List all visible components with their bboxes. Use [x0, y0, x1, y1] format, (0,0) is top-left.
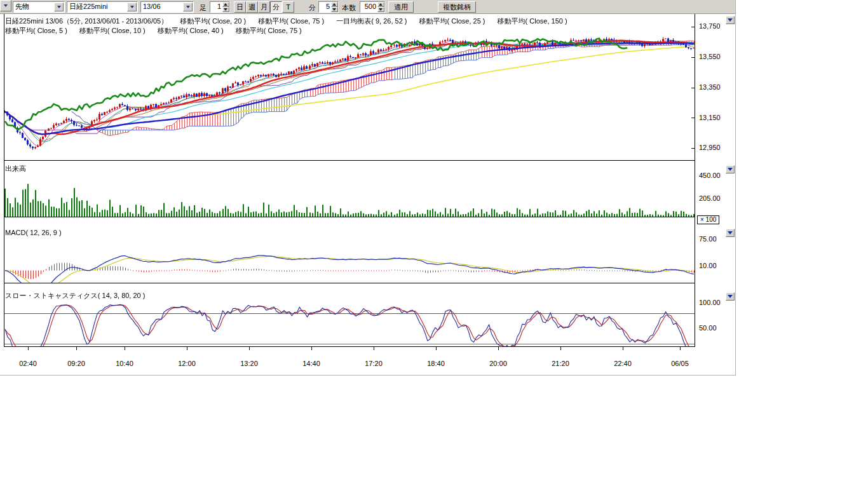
bar-count-input[interactable]: 500 [360, 1, 385, 13]
instrument-type-select[interactable]: 先物 [13, 1, 65, 13]
price-panel-legend-row2: 移動平均( Close, 5 ) 移動平均( Close, 10 ) 移動平均(… [5, 26, 312, 36]
chart-area: 日経225mini 13/06（5分, 2013/06/01 - 2013/06… [0, 14, 735, 375]
symbol-select[interactable]: 日経225mini [67, 1, 138, 13]
price-axis-tick: 13,550 [699, 53, 721, 60]
chevron-down-icon [728, 231, 733, 234]
symbol-dropdown-button[interactable] [127, 3, 137, 11]
multi-symbol-button[interactable]: 複数銘柄 [438, 1, 476, 13]
x-axis-label: 10:40 [114, 360, 135, 367]
period-button-minute[interactable]: 分 [270, 1, 282, 13]
chart-app-window: 先物 日経225mini 13/06 足 1 [0, 0, 736, 376]
price-axis-tick: 13,150 [699, 114, 721, 121]
bar-count-label: 本数 [342, 3, 356, 13]
toolbar: 先物 日経225mini 13/06 足 1 [0, 0, 735, 14]
volume-axis-tick: 450.00 [699, 172, 721, 179]
minute-interval-input[interactable]: 5 [318, 1, 339, 13]
volume-axis-tick: 205.00 [699, 194, 721, 202]
macd-axis-tick: 75.00 [699, 235, 717, 243]
spinner-down-icon[interactable] [377, 7, 384, 12]
spinner-up-icon[interactable] [377, 2, 384, 7]
period-button-month[interactable]: 月 [258, 1, 270, 13]
legend-item-ma75: 移動平均( Close, 75 ) [258, 17, 324, 25]
legend-item-ma150: 移動平均( Close, 150 ) [498, 17, 567, 25]
stoch-scale-dropdown-button[interactable] [726, 292, 735, 301]
chevron-down-icon [130, 6, 134, 8]
chevron-down-icon [728, 18, 733, 22]
spinner-down-icon[interactable] [331, 7, 338, 12]
legend-item-ma5: 移動平均( Close, 5 ) [5, 27, 67, 34]
volume-panel-label: 出来高 [5, 164, 26, 173]
volume-scale-dropdown-button[interactable] [726, 165, 735, 173]
x-axis-label: 21:20 [550, 360, 571, 367]
spinner-down-icon[interactable] [222, 7, 229, 12]
x-axis-label: 06/05 [669, 360, 691, 367]
macd-axis-tick: 10.00 [699, 262, 717, 269]
x-axis-label: 13:20 [238, 360, 260, 367]
apply-button[interactable]: 適用 [388, 1, 414, 13]
minute-label: 分 [309, 3, 316, 13]
symbol-value: 日経225mini [67, 2, 126, 12]
instrument-type-dropdown-button[interactable] [54, 3, 64, 11]
period-button-tick[interactable]: T [282, 1, 294, 13]
legend-item-ma40: 移動平均( Close, 40 ) [158, 27, 224, 34]
contract-month-select[interactable]: 13/06 [140, 1, 194, 13]
x-axis-label: 18:40 [425, 360, 447, 367]
window-menu-button[interactable] [0, 0, 11, 11]
stoch-panel-label: スロー・ストキャスティクス( 14, 3, 80, 20 ) [5, 291, 145, 301]
volume-multiplier-badge: × 100 [697, 215, 719, 224]
screen: 先物 日経225mini 13/06 足 1 [0, 0, 868, 488]
legend-item-ma10: 移動平均( Close, 10 ) [79, 27, 146, 34]
x-axis-label: 02:40 [17, 360, 39, 367]
chevron-down-icon [4, 4, 8, 7]
bar-interval-spinner [222, 2, 229, 12]
period-button-week[interactable]: 週 [246, 1, 258, 13]
chevron-down-icon [57, 6, 61, 8]
chevron-down-icon [186, 6, 190, 8]
legend-item-ichimoku: 一目均衡表( 9, 26, 52 ) [336, 17, 407, 25]
bar-interval-input[interactable]: 1 [210, 1, 230, 13]
legend-item-ma20: 移動平均( Close, 20 ) [180, 17, 246, 25]
contract-month-dropdown-button[interactable] [183, 3, 193, 11]
macd-panel-label: MACD( 12, 26, 9 ) [5, 229, 62, 236]
macd-scale-dropdown-button[interactable] [726, 229, 735, 237]
chevron-down-icon [728, 295, 733, 298]
chart-canvas[interactable] [4, 14, 696, 353]
x-axis-label: 14:40 [301, 360, 322, 367]
x-axis-label: 12:00 [176, 360, 198, 367]
minute-interval-value: 5 [319, 2, 331, 12]
x-axis-label: 20:00 [487, 360, 509, 367]
bar-label: 足 [200, 3, 207, 13]
price-scale-dropdown-button[interactable] [726, 16, 735, 24]
chart-title: 日経225mini 13/06（5分, 2013/06/01 - 2013/06… [5, 17, 168, 25]
chevron-down-icon [728, 168, 733, 171]
spinner-up-icon[interactable] [222, 2, 229, 7]
bar-count-spinner [377, 2, 384, 12]
bar-interval-value: 1 [210, 2, 222, 12]
period-button-day[interactable]: 日 [234, 1, 246, 13]
stoch-axis-tick: 50.00 [699, 324, 717, 332]
instrument-type-value: 先物 [13, 2, 53, 12]
legend-item-ma25: 移動平均( Close, 25 ) [419, 17, 485, 25]
contract-month-value: 13/06 [141, 2, 182, 12]
x-axis-label: 22:40 [612, 360, 634, 367]
x-axis-label: 09:20 [65, 360, 87, 367]
legend-item-ma75b: 移動平均( Close, 75 ) [236, 27, 302, 34]
price-axis-tick: 13,350 [699, 83, 721, 91]
bar-count-value: 500 [360, 2, 377, 12]
x-axis-label: 17:20 [363, 360, 384, 367]
price-axis-tick: 13,750 [699, 22, 721, 30]
stoch-axis-tick: 100.00 [699, 299, 721, 306]
minute-interval-spinner [331, 2, 338, 12]
price-panel-legend-row1: 日経225mini 13/06（5分, 2013/06/01 - 2013/06… [5, 17, 578, 26]
price-axis-tick: 12,950 [699, 144, 721, 151]
spinner-up-icon[interactable] [331, 2, 338, 7]
